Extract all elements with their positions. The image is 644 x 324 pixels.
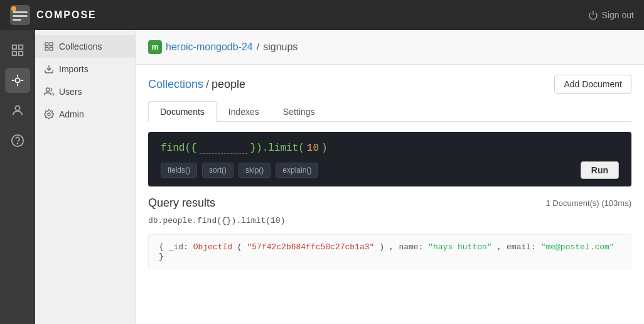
query-helper-buttons: fields() sort() skip() explain() <box>161 163 318 178</box>
users-label: Users <box>59 87 82 97</box>
results-header: Query results 1 Document(s) (103ms) <box>148 197 631 210</box>
sidebar-item-collections[interactable]: Collections <box>35 35 135 58</box>
connections-icon <box>11 73 24 87</box>
doc-comma-1: , <box>389 242 399 252</box>
admin-label: Admin <box>59 109 84 119</box>
icon-sidebar <box>0 30 35 324</box>
doc-objectid-label: ObjectId <box>193 242 232 252</box>
tab-indexes[interactable]: Indexes <box>217 101 271 122</box>
topnav: COMPOSE Sign out <box>0 0 644 30</box>
skip-button[interactable]: skip() <box>239 163 271 178</box>
compose-logo-icon <box>10 5 30 25</box>
svg-rect-14 <box>45 43 48 46</box>
sidebar-item-imports[interactable]: Imports <box>35 58 135 80</box>
svg-point-10 <box>15 78 19 82</box>
explain-button[interactable]: explain() <box>276 163 318 178</box>
app-title: COMPOSE <box>36 9 97 21</box>
collection-breadcrumb: Collections / people <box>148 78 245 91</box>
results-meta: 1 Document(s) (103ms) <box>545 198 631 208</box>
collections-icon <box>44 41 54 51</box>
find-close: }).limit( <box>250 143 304 154</box>
doc-open-brace: { <box>159 242 169 252</box>
svg-rect-1 <box>13 11 28 13</box>
query-filter[interactable] <box>200 142 248 154</box>
svg-point-20 <box>48 113 50 116</box>
collections-breadcrumb-link[interactable]: Collections <box>148 78 203 91</box>
sidebar-icon-connections[interactable] <box>5 68 30 93</box>
doc-email-value: "me@postel.com" <box>541 242 614 252</box>
svg-rect-9 <box>19 51 23 55</box>
topnav-left: COMPOSE <box>10 5 97 25</box>
collection-header: Collections / people Add Document <box>136 65 644 94</box>
doc-id-key: _id: <box>169 242 193 252</box>
signout-button[interactable]: Sign out <box>588 10 634 20</box>
sidebar-item-users[interactable]: Users <box>35 80 135 103</box>
sidebar-icon-help[interactable] <box>5 128 30 153</box>
grid-icon <box>11 43 24 57</box>
svg-rect-8 <box>13 51 16 55</box>
svg-rect-17 <box>50 47 53 50</box>
fields-button[interactable]: fields() <box>161 163 197 178</box>
users-icon <box>44 87 54 97</box>
imports-icon <box>44 64 54 74</box>
svg-rect-6 <box>13 45 16 49</box>
results-section: Query results 1 Document(s) (103ms) db.p… <box>136 186 644 279</box>
sidebar-icon-user[interactable] <box>5 98 30 123</box>
breadcrumb-separator: / <box>206 78 209 91</box>
find-open: find({ <box>161 143 197 154</box>
svg-rect-3 <box>13 19 21 21</box>
doc-objectid-value: "57f42c2b684ffc50c27cb1a3" <box>247 242 374 252</box>
tabs: Documents Indexes Settings <box>148 101 631 122</box>
admin-icon <box>44 109 54 119</box>
collection-name-header: signups <box>263 41 298 53</box>
doc-objectid-close: ) <box>379 242 384 252</box>
header-separator: / <box>257 41 259 53</box>
db-icon: m <box>148 40 162 54</box>
svg-point-4 <box>11 6 16 11</box>
doc-email-key: email: <box>507 242 541 252</box>
collections-label: Collections <box>59 41 102 51</box>
svg-rect-7 <box>19 45 23 49</box>
svg-point-19 <box>46 88 49 91</box>
paren-close: ) <box>321 143 328 154</box>
doc-objectid-open: ( <box>237 242 242 252</box>
sec-sidebar: Collections Imports Users <box>35 30 136 324</box>
database-link[interactable]: heroic-mongodb-24 <box>166 41 253 53</box>
current-collection-name: people <box>212 78 245 91</box>
sidebar-icon-grid[interactable] <box>5 38 30 63</box>
sidebar-item-admin[interactable]: Admin <box>35 103 135 126</box>
add-document-button[interactable]: Add Document <box>554 75 631 94</box>
svg-rect-16 <box>45 47 48 50</box>
result-document: { _id: ObjectId ( "57f42c2b684ffc50c27cb… <box>148 234 631 269</box>
power-icon <box>588 10 598 20</box>
svg-point-11 <box>15 106 19 111</box>
query-line: find({ }).limit( 10 ) <box>161 142 619 154</box>
doc-close-brace: } <box>159 252 164 261</box>
run-button[interactable]: Run <box>581 161 619 179</box>
sort-button[interactable]: sort() <box>202 163 233 178</box>
limit-number: 10 <box>307 143 319 154</box>
tab-documents[interactable]: Documents <box>148 101 217 122</box>
imports-label: Imports <box>59 64 89 74</box>
tab-settings[interactable]: Settings <box>271 101 327 122</box>
help-icon <box>11 134 24 148</box>
query-editor: find({ }).limit( 10 ) fields() sort() sk… <box>148 132 631 186</box>
doc-comma-2: , <box>496 242 507 252</box>
query-buttons: fields() sort() skip() explain() Run <box>161 161 619 179</box>
main-content: m heroic-mongodb-24 / signups Collection… <box>136 30 644 324</box>
svg-rect-15 <box>50 43 53 46</box>
results-title: Query results <box>148 197 215 210</box>
user-icon <box>11 104 24 117</box>
doc-name-key: name: <box>399 242 428 252</box>
svg-rect-2 <box>13 15 28 17</box>
doc-name-value: "hays hutton" <box>428 242 491 252</box>
query-string-display: db.people.find({}).limit(10) <box>148 216 631 225</box>
app-layout: Collections Imports Users <box>0 30 644 324</box>
page-header: m heroic-mongodb-24 / signups <box>136 30 644 65</box>
